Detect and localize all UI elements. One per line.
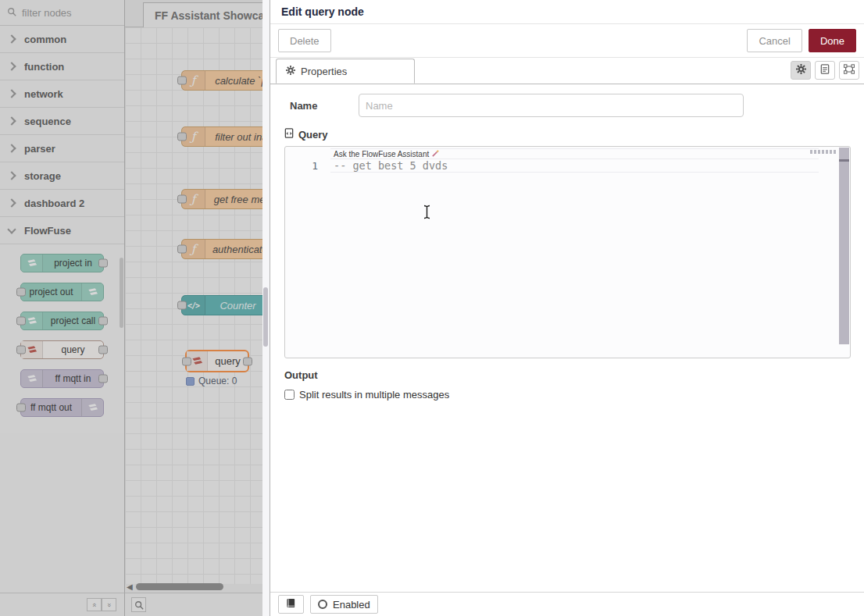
palette-category-sequence[interactable]: sequence	[0, 108, 124, 135]
done-button[interactable]: Done	[809, 29, 856, 52]
input-port	[16, 317, 26, 326]
chevron-down-icon	[7, 225, 16, 233]
chevron-right-icon	[7, 116, 16, 125]
palette-node-project-in[interactable]: project in	[20, 254, 104, 272]
input-port	[177, 77, 187, 85]
canvas-horizontal-scrollbar[interactable]: ◀	[127, 582, 223, 591]
palette-node-project-out[interactable]: project out	[20, 283, 104, 301]
editor-minimap	[810, 150, 837, 154]
split-results-label: Split results in multiple messages	[299, 389, 449, 401]
dialog-form: Name Query Ask the FlowFuse Assistant	[270, 84, 864, 401]
delete-button[interactable]: Delete	[278, 29, 331, 52]
canvas-scroll-gutter	[262, 0, 270, 616]
editor-code-line: -- get best 5 dvds	[334, 159, 448, 172]
palette-footer: « »	[0, 593, 125, 616]
description-icon-button[interactable]	[815, 61, 835, 80]
node-palette: filter nodes common function network seq…	[0, 0, 125, 593]
output-port	[98, 259, 108, 268]
dialog-tabbar: Properties	[270, 58, 864, 84]
palette-node-ff-mqtt-in[interactable]: ff mqtt in	[20, 369, 104, 388]
scrollbar-thumb[interactable]	[136, 583, 223, 590]
input-port	[182, 357, 191, 365]
input-port	[177, 133, 187, 141]
tab-properties[interactable]: Properties	[276, 59, 415, 84]
output-port	[98, 317, 108, 326]
canvas-node-counter[interactable]: </> Counter	[181, 295, 262, 315]
palette-category-function[interactable]: function	[0, 53, 124, 80]
flow-tab[interactable]: FF Assistant Showcase	[143, 2, 262, 27]
scroll-left-icon[interactable]: ◀	[127, 582, 133, 591]
chevron-right-icon	[7, 34, 16, 43]
enabled-toggle-button[interactable]: Enabled	[310, 595, 378, 614]
palette-scrollbar[interactable]	[120, 258, 123, 328]
document-icon	[820, 63, 830, 77]
input-port	[16, 288, 26, 297]
name-input[interactable]	[359, 94, 744, 117]
enabled-state-icon	[318, 600, 327, 609]
split-results-checkbox[interactable]	[284, 390, 295, 400]
name-label: Name	[284, 100, 359, 112]
output-label: Output	[284, 369, 850, 381]
enabled-label: Enabled	[333, 599, 370, 611]
node-status: Queue: 0	[186, 376, 237, 386]
dialog-title: Edit query node	[270, 0, 864, 24]
selection-frame-icon	[844, 63, 855, 77]
name-row: Name	[284, 94, 850, 117]
canvas-node-authenticate[interactable]: ƒ authenticateU	[181, 239, 262, 259]
chevron-right-icon	[7, 144, 16, 152]
flowfuse-logo-icon	[21, 255, 43, 272]
properties-icon-button[interactable]	[791, 61, 811, 80]
palette-node-query[interactable]: query	[20, 340, 104, 359]
canvas-node-get-free-mem[interactable]: ƒ get free mem	[181, 189, 262, 209]
palette-category-parser[interactable]: parser	[0, 135, 124, 162]
collapse-all-button[interactable]: «	[87, 598, 102, 611]
node-help-button[interactable]	[278, 595, 304, 614]
chevron-right-icon	[7, 198, 16, 207]
palette-flowfuse-nodes: project in project out	[0, 244, 124, 433]
status-dot-icon	[186, 377, 195, 386]
chevron-right-icon	[7, 62, 16, 70]
cancel-button[interactable]: Cancel	[747, 29, 802, 52]
output-port	[243, 357, 252, 365]
dialog-toolbar: Delete Cancel Done	[270, 24, 864, 58]
query-code-editor[interactable]: Ask the FlowFuse Assistant 1 -- get best…	[284, 146, 851, 358]
double-chevron-down-icon: »	[105, 603, 112, 607]
node-red-app: filter nodes common function network seq…	[0, 0, 864, 616]
canvas-vertical-scrollbar[interactable]	[263, 287, 268, 347]
palette-node-project-call[interactable]: project call	[20, 312, 104, 330]
canvas-node-calculate[interactable]: ƒ calculate `pa	[181, 70, 262, 91]
query-section-label: Query	[284, 128, 850, 141]
palette-node-ff-mqtt-out[interactable]: ff mqtt out	[20, 398, 104, 417]
input-port	[177, 245, 187, 254]
double-chevron-up-icon: «	[90, 603, 98, 607]
chevron-right-icon	[7, 89, 16, 98]
appearance-icon-button[interactable]	[839, 61, 859, 80]
flow-tabbar: FF Assistant Showcase	[125, 0, 262, 27]
gear-icon	[286, 66, 295, 77]
palette-category-network[interactable]: network	[0, 80, 124, 108]
edit-node-dialog: Edit query node Delete Cancel Done Prope…	[270, 0, 864, 616]
editor-scrollbar[interactable]	[839, 148, 849, 344]
palette-category-flowfuse[interactable]: FlowFuse	[0, 217, 124, 244]
text-cursor-pointer	[423, 205, 431, 223]
palette-category-common[interactable]: common	[0, 26, 124, 53]
canvas-node-query-selected[interactable]: query	[185, 350, 249, 372]
flowfuse-logo-icon	[81, 283, 103, 301]
book-icon	[286, 598, 296, 611]
zoom-search-button[interactable]	[131, 597, 146, 612]
palette-category-storage[interactable]: storage	[0, 162, 124, 190]
editor-scrollbar-mark	[839, 159, 849, 162]
input-port	[177, 195, 187, 204]
editor-line-number: 1	[285, 160, 318, 172]
canvas-footer	[125, 593, 262, 616]
workspace: filter nodes common function network seq…	[0, 0, 262, 616]
expand-all-button[interactable]: »	[102, 598, 116, 611]
palette-search[interactable]: filter nodes	[0, 0, 124, 26]
output-port	[98, 346, 108, 354]
flowfuse-logo-icon	[21, 370, 43, 387]
input-port	[177, 301, 187, 310]
canvas-node-filter[interactable]: ƒ filter out inac	[181, 126, 262, 147]
flowfuse-logo-icon	[81, 399, 103, 416]
palette-category-dashboard2[interactable]: dashboard 2	[0, 190, 124, 217]
flow-canvas[interactable]: FF Assistant Showcase ƒ calculate `pa ƒ …	[125, 0, 262, 593]
